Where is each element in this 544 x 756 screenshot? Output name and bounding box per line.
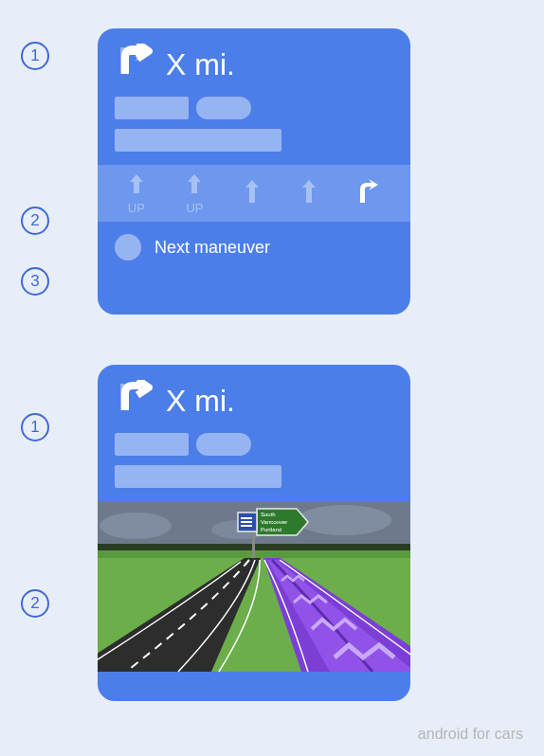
svg-rect-10 (241, 517, 252, 519)
distance-text: X mi. (166, 47, 235, 82)
info-placeholder-rect (115, 97, 189, 119)
turn-right-icon (115, 44, 153, 85)
svg-point-3 (100, 513, 172, 539)
svg-text:Portland: Portland (261, 527, 281, 532)
info-placeholder-bar (115, 129, 281, 152)
info-placeholder-rect (115, 433, 189, 456)
annotation-2a: 2 (21, 207, 49, 235)
info-placeholder-bar (115, 465, 281, 488)
next-maneuver-icon (115, 234, 141, 261)
next-maneuver-text: Next maneuver (154, 238, 270, 258)
lane-label: UP (186, 201, 203, 215)
annotation-1b: 1 (21, 413, 49, 441)
lane-item (301, 178, 317, 208)
svg-point-4 (297, 505, 391, 535)
lane-item: UP (186, 172, 203, 215)
annotation-3a: 3 (21, 267, 49, 296)
junction-view: South Vancouver Portland (98, 501, 410, 672)
info-placeholder-pill (196, 97, 251, 119)
nav-header: X mi. (98, 28, 410, 93)
lane-item: UP (128, 172, 145, 215)
annotation-1a: 1 (21, 42, 49, 70)
svg-text:South: South (261, 512, 276, 517)
nav-header: X mi. (98, 365, 410, 429)
svg-rect-12 (241, 525, 252, 527)
lane-right-icon (357, 178, 380, 208)
info-row-2 (98, 459, 410, 501)
info-row-1 (98, 93, 410, 123)
lane-strip: UP UP (98, 165, 410, 222)
lane-up-icon (129, 172, 144, 199)
junction-sign: South Vancouver Portland (238, 509, 308, 535)
info-placeholder-pill (196, 433, 251, 456)
watermark: android for cars (418, 726, 523, 743)
annotation-2b: 2 (21, 589, 49, 618)
next-maneuver-strip: Next maneuver (98, 222, 410, 273)
nav-card-junction: X mi. (98, 365, 410, 701)
distance-text: X mi. (166, 384, 235, 419)
svg-text:Vancouver: Vancouver (261, 519, 287, 525)
svg-rect-11 (241, 521, 252, 523)
lane-item (245, 178, 260, 208)
turn-right-icon (115, 380, 153, 422)
info-row-1 (98, 429, 410, 459)
lane-up-icon (245, 178, 260, 208)
lane-up-icon (301, 178, 317, 208)
info-row-2 (98, 123, 410, 165)
lane-label: UP (128, 201, 145, 215)
nav-card-lanes: X mi. UP UP (98, 28, 410, 315)
lane-item (357, 178, 380, 208)
lane-up-icon (187, 172, 202, 199)
